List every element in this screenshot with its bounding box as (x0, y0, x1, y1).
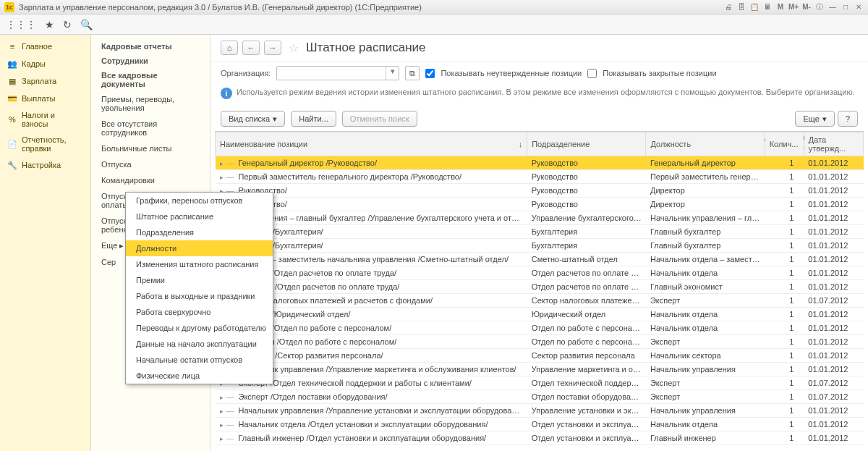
apps-icon[interactable]: ⋮⋮⋮ (6, 19, 36, 30)
second-nav-head1[interactable]: Кадровые отчеты (91, 39, 210, 54)
secondnav-link-0[interactable]: Приемы, переводы, увольнения (91, 91, 210, 116)
expand-icon[interactable]: ▸ (220, 421, 224, 429)
col-header-2[interactable]: Должность (646, 132, 765, 156)
popup-item-7[interactable]: Работа сверхурочно (126, 304, 273, 320)
show-closed-checkbox[interactable] (587, 69, 597, 78)
table-row[interactable]: ▸—ухгалтер /Бухгалтерия/БухгалтерияГлавн… (216, 225, 864, 239)
table-row[interactable]: ▸—к отдела /Отдел расчетов по оплате тру… (216, 266, 864, 280)
db-icon[interactable]: 🗄 (736, 2, 746, 12)
table-row[interactable]: ▸—к управления – главный бухгалтер /Упра… (216, 211, 864, 225)
popup-item-10[interactable]: Начальные остатки отпусков (126, 352, 273, 368)
col-header-0[interactable]: Наименование позиции↓ (216, 132, 527, 156)
table-row[interactable]: ▸—Руководство/РуководствоДиректор101.01.… (216, 198, 864, 211)
forward-button[interactable]: → (264, 41, 281, 55)
copy-icon[interactable]: 📋 (749, 2, 760, 12)
close-icon[interactable]: ✕ (854, 2, 864, 12)
table-row[interactable]: ▸—ухгалтер /Бухгалтерия/БухгалтерияГлавн… (216, 239, 864, 253)
table-row[interactable]: ▸—Эксперт /Отдел технической поддержки и… (216, 376, 864, 390)
calc-icon[interactable]: 🖩 (762, 2, 773, 12)
minimize-icon[interactable]: — (827, 2, 838, 12)
org-link-button[interactable]: ⧉ (405, 66, 420, 80)
table-row[interactable]: ▸—категории /Отдел по работе с персонало… (216, 335, 864, 349)
expand-icon[interactable]: ▸ (220, 394, 224, 401)
titlebar-actions: 🖨 🗄 📋 🖩 M M+ M- ⓘ — □ ✕ (723, 2, 864, 12)
popup-item-3[interactable]: Должности (126, 240, 273, 256)
table-row[interactable]: ▸—Начальник управления /Управление марке… (216, 363, 864, 376)
popup-item-2[interactable]: Подразделения (126, 224, 273, 240)
mplus-icon[interactable]: M+ (788, 2, 799, 12)
leftnav-item-4[interactable]: %Налоги и взносы (0, 107, 90, 132)
cancel-search-button[interactable]: Отменить поиск (342, 111, 417, 127)
org-combo[interactable]: ▾ (276, 66, 399, 80)
leftnav-icon: 📄 (7, 139, 17, 149)
table-row[interactable]: ▸—Начальник управления /Управление устан… (216, 404, 864, 418)
secondnav-link-1[interactable]: Все отсутствия сотрудников (91, 116, 210, 140)
staffing-table[interactable]: Наименование позиции↓ПодразделениеДолжно… (215, 131, 864, 447)
table-row[interactable]: ▸—к сектора /Сектор развития персонала/С… (216, 349, 864, 363)
content-area: ⌂ ← → ☆ Штатное расписание Организация: … (210, 35, 868, 451)
leftnav-icon: ≡ (7, 41, 17, 51)
leftnav-item-0[interactable]: ≡Главное (0, 38, 90, 55)
print-icon[interactable]: 🖨 (723, 2, 733, 12)
find-button[interactable]: Найти... (291, 111, 336, 127)
search-icon[interactable]: 🔍 (80, 19, 93, 30)
leftnav-item-2[interactable]: ▦Зарплата (0, 72, 90, 90)
secondnav-link-4[interactable]: Командировки (91, 172, 210, 188)
secondnav-link-3[interactable]: Отпуска (91, 156, 210, 172)
expand-icon[interactable]: ▸ (220, 408, 224, 415)
back-button[interactable]: ← (242, 41, 260, 55)
show-unapproved-checkbox[interactable] (425, 69, 435, 78)
leftnav-item-5[interactable]: 📄Отчетность, справки (0, 132, 90, 156)
table-row[interactable]: ▸—к отдела – заместитель начальника упра… (216, 253, 864, 266)
history-icon[interactable]: ↻ (63, 19, 72, 30)
view-mode-button[interactable]: Вид списка ▾ (221, 111, 285, 127)
dash-icon: — (226, 420, 234, 429)
col-header-3[interactable]: Колич... (765, 132, 804, 156)
leftnav-item-3[interactable]: 💳Выплаты (0, 90, 90, 107)
info-icon[interactable]: ⓘ (814, 2, 825, 12)
maximize-icon[interactable]: □ (841, 2, 851, 12)
window-title: Зарплата и управление персоналом, редакц… (19, 3, 422, 12)
table-row[interactable]: ▸—Начальник отдела /Отдел установки и эк… (216, 418, 864, 431)
m-icon[interactable]: M (775, 2, 786, 12)
second-nav-head3[interactable]: Все кадровые документы (91, 68, 210, 91)
show-unapproved-label: Показывать неутвержденные позиции (441, 69, 582, 77)
popup-item-8[interactable]: Переводы к другому работодателю (126, 320, 273, 336)
table-row[interactable]: ▸—Генеральный директор /Руководство/Руко… (216, 156, 864, 170)
favorite-icon[interactable]: ☆ (289, 41, 299, 55)
more-button[interactable]: Еще ▾ (795, 111, 834, 127)
leftnav-item-1[interactable]: 👥Кадры (0, 55, 90, 72)
table-row[interactable]: ▸—Эксперт /Отдел поставки оборудования/О… (216, 390, 864, 404)
secondnav-link-2[interactable]: Больничные листы (91, 140, 210, 156)
expand-icon[interactable]: ▸ (220, 160, 224, 167)
table-row[interactable]: ▸—/Сектор налоговых платежей и расчетов … (216, 294, 864, 308)
table-row[interactable]: ▸—к отдела /Юридический отдел/Юридически… (216, 308, 864, 321)
leftnav-label: Настройка (22, 161, 61, 169)
help-button[interactable]: ? (838, 111, 858, 127)
table-row[interactable]: ▸—Первый заместитель генерального директ… (216, 170, 864, 184)
titlebar: 1c Зарплата и управление персоналом, ред… (0, 0, 868, 14)
second-nav-head2[interactable]: Сотрудники (91, 54, 210, 68)
popup-item-9[interactable]: Данные на начало эксплуатации (126, 336, 273, 352)
star-icon[interactable]: ★ (45, 19, 54, 30)
popup-item-1[interactable]: Штатное расписание (126, 208, 273, 224)
leftnav-item-6[interactable]: 🔧Настройка (0, 156, 90, 174)
leftnav-icon: % (7, 114, 17, 125)
table-row[interactable]: ▸—кономист /Отдел расчетов по оплате тру… (216, 280, 864, 294)
popup-item-6[interactable]: Работа в выходные и праздники (126, 288, 273, 304)
mminus-icon[interactable]: M- (801, 2, 812, 12)
popup-item-11[interactable]: Физические лица (126, 368, 273, 384)
col-header-1[interactable]: Подразделение (527, 132, 646, 156)
popup-item-4[interactable]: Изменения штатного расписания (126, 256, 273, 272)
table-row[interactable]: ▸—Главный инженер /Отдел установки и экс… (216, 431, 864, 445)
expand-icon[interactable]: ▸ (220, 174, 224, 181)
table-row[interactable]: ▸—Руководство/РуководствоДиректор101.01.… (216, 184, 864, 198)
col-header-4[interactable]: Дата утвержд... (804, 132, 863, 156)
expand-icon[interactable]: ▸ (220, 435, 224, 442)
popup-item-0[interactable]: Графики, переносы отпусков (126, 193, 273, 208)
table-row[interactable]: ▸—к отдела /Отдел по работе с персоналом… (216, 321, 864, 335)
show-closed-label: Показывать закрытые позиции (603, 69, 716, 77)
dash-icon: — (226, 434, 234, 442)
popup-item-5[interactable]: Премии (126, 272, 273, 288)
home-button[interactable]: ⌂ (221, 41, 238, 55)
